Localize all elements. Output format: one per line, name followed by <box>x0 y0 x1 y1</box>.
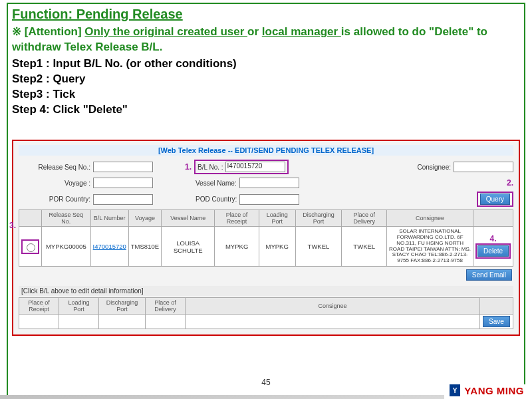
bl-number-link[interactable]: I470015720 <box>93 243 126 250</box>
por-country-input[interactable] <box>93 194 153 205</box>
attention-text: ※ [Attention] Only the original created … <box>12 25 520 55</box>
bl-no-input[interactable]: I470015720 <box>225 162 285 172</box>
save-button[interactable]: Save <box>483 316 510 327</box>
results-table: Release Seq No. B/L Number Voyage Vessel… <box>19 209 513 267</box>
callout-1: 1. <box>185 162 192 172</box>
callout-3: 3. <box>9 221 16 230</box>
label-pod-country: POD Country: <box>196 196 237 203</box>
app-screenshot: [Web Telex Release -- EDIT/SEND PENDING … <box>12 140 520 336</box>
footer: Y YANG MING <box>0 382 532 399</box>
consignee-input[interactable] <box>454 162 513 172</box>
query-highlight: Query <box>477 192 513 207</box>
query-button[interactable]: Query <box>480 194 510 205</box>
hint-text: [Click B/L above to edit detail informat… <box>19 286 513 296</box>
callout-2: 2. <box>507 178 513 188</box>
voyage-input[interactable] <box>93 178 153 188</box>
brand-name: YANG MING <box>464 385 524 396</box>
label-vessel-name: Vessel Name: <box>196 180 237 187</box>
brand-logo-icon: Y <box>450 384 460 396</box>
label-por-country: POR Country: <box>19 196 90 203</box>
label-consignee: Consignee: <box>417 164 451 171</box>
release-seq-input[interactable] <box>93 162 153 172</box>
bl-field-highlight: B/L No. : I470015720 <box>194 160 289 174</box>
row-radio[interactable] <box>27 243 35 252</box>
table-row[interactable]: 3. MYPKG00005 I470015720 TMS810E LOUISA … <box>19 227 513 267</box>
label-voyage: Voyage : <box>19 180 90 187</box>
detail-table: Place of Receipt Loading Port Dischargin… <box>19 297 513 329</box>
label-release-seq: Release Seq No.: <box>19 164 90 171</box>
pod-country-input[interactable] <box>239 194 299 205</box>
vessel-name-input[interactable] <box>239 178 299 188</box>
label-bl-no: B/L No. : <box>198 164 223 171</box>
delete-button[interactable]: Delete <box>477 245 509 257</box>
window-title: [Web Telex Release -- EDIT/SEND PENDING … <box>19 145 513 156</box>
callout-4: 4. <box>490 234 497 243</box>
page-title: Function: Pending Release <box>12 7 520 22</box>
send-email-button[interactable]: Send Email <box>466 269 512 281</box>
steps-list: Step1 : Input B/L No. (or other conditio… <box>12 57 520 118</box>
